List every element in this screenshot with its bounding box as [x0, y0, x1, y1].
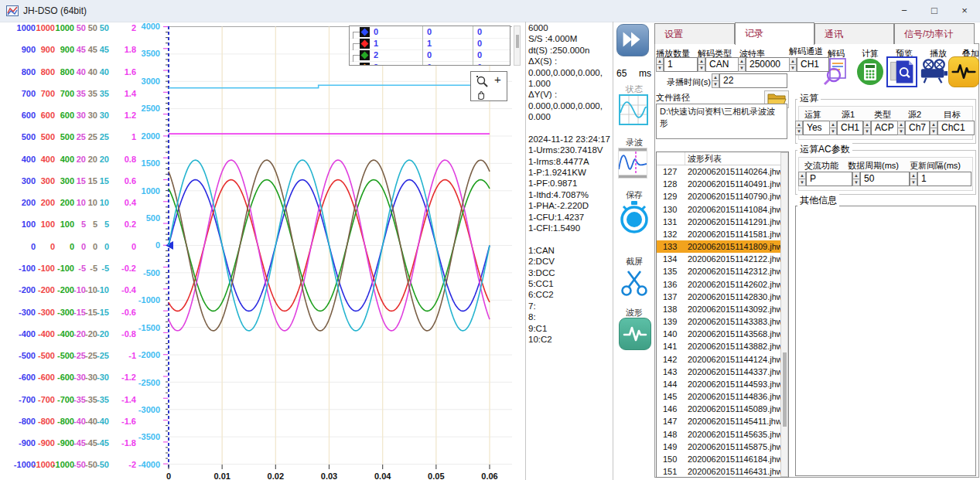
zoom-tool-icon[interactable] [474, 74, 490, 88]
info-line: 1-Urms:230.7418V [528, 145, 612, 155]
pan-hand-icon[interactable] [475, 88, 487, 100]
file-path-label: 文件路径 [656, 92, 690, 104]
status-scope-icon[interactable] [619, 94, 648, 125]
svg-text:0.05: 0.05 [428, 471, 444, 480]
overlay-button[interactable] [948, 56, 979, 87]
y-axis-tick-ch5: 50 [88, 22, 97, 33]
y-axis-tick-ch1: 0 [31, 241, 36, 252]
y-axis-tick-ch4: 10 [77, 197, 86, 208]
y-axis-tick-ch7: 1.6 [125, 66, 136, 77]
spin-down-icon[interactable]: ▼ [698, 64, 705, 72]
y-axis-tick-ch5: -30 [85, 372, 97, 383]
y-axis-tick-ch8: -3000 [138, 404, 160, 415]
y-axis-tick-ch6: -40 [97, 416, 109, 427]
operation-0-spinner[interactable]: ▲▼Yes [795, 121, 831, 135]
operation-4-spinner[interactable]: ▲▼ChC1 [930, 121, 975, 135]
series-marker [360, 39, 370, 49]
play-count-spinner[interactable]: ▲▼1 [656, 57, 698, 72]
spin-down-icon[interactable]: ▼ [656, 64, 664, 72]
operation-2-spinner[interactable]: ▲▼ACP [863, 121, 900, 135]
legend-scrollbar[interactable] [514, 26, 521, 66]
record-wave-icon[interactable] [618, 148, 647, 179]
legend-row[interactable]: 300 [350, 62, 510, 66]
y-axis-tick-ch3: 1000 [56, 22, 74, 33]
spin-down-icon[interactable]: ▼ [852, 179, 860, 186]
close-button[interactable]: × [951, 0, 978, 22]
tab-record[interactable]: 记录 [735, 22, 814, 45]
svg-text:0.03: 0.03 [321, 471, 337, 480]
file-path-input[interactable]: D:\快速访问资料\三相机录波波形 [656, 104, 787, 139]
operation-col-header: 源1 [842, 109, 855, 121]
calculate-button[interactable] [855, 57, 885, 87]
spin-down-icon[interactable]: ▼ [930, 128, 937, 135]
info-line: 3:DCC [528, 267, 612, 278]
maximize-button[interactable]: □ [920, 0, 948, 22]
y-axis-tick-ch4: -45 [73, 437, 86, 448]
y-axis-tick-ch3: -600 [57, 372, 74, 383]
baud-rate-spinner[interactable]: ▲▼250000 [738, 57, 793, 72]
y-axis-tick-ch2: 300 [41, 175, 55, 186]
y-axis-tick-ch5: 5 [93, 219, 97, 230]
svg-text:0.01: 0.01 [213, 471, 230, 480]
spin-down-icon[interactable]: ▼ [795, 128, 803, 135]
preview-button[interactable] [886, 56, 917, 87]
fast-forward-button[interactable] [616, 24, 649, 56]
waveform-pulse-icon[interactable] [619, 318, 651, 350]
operation-3-spinner[interactable]: ▲▼Ch7 [897, 121, 930, 135]
y-axis-tick-ch8: 3500 [142, 48, 160, 59]
decode-channel-spinner[interactable]: ▲▼CH1 [789, 57, 830, 72]
y-axis-tick-ch2: -700 [38, 394, 55, 405]
spin-down-icon[interactable]: ▼ [910, 179, 917, 186]
tab-signal-power[interactable]: 信号/功率计 [894, 23, 975, 44]
spin-down-icon[interactable]: ▼ [738, 64, 746, 72]
y-axis-tick-ch3: 500 [60, 131, 74, 142]
y-axis-tick-ch8: -4000 [138, 459, 160, 470]
info-line: 0.000,0.000,0.000, [528, 100, 612, 111]
legend-row[interactable]: 200 [350, 49, 510, 62]
wave-list-scrollbar[interactable] [780, 152, 788, 477]
spin-down-icon[interactable]: ▼ [863, 128, 871, 135]
y-axis-tick-ch4: 40 [77, 66, 86, 77]
y-axis-tick-ch8: 500 [146, 213, 160, 223]
save-stopwatch-icon[interactable] [617, 200, 651, 234]
table-row[interactable]: 15120200620151146431.jhw [657, 465, 780, 478]
y-axis-tick-ch8: -1000 [138, 294, 160, 305]
ac-param-0-spinner[interactable]: ▲▼P [798, 172, 853, 186]
play-button[interactable] [919, 57, 948, 87]
y-axis-tick-ch5: 45 [88, 44, 97, 55]
operation-1-spinner[interactable]: ▲▼CH1 [829, 121, 864, 135]
spin-down-icon[interactable]: ▼ [712, 80, 719, 88]
channel-legend[interactable]: 000110200300 [349, 26, 510, 66]
spin-down-icon[interactable]: ▼ [897, 128, 905, 135]
y-axis-tick-ch6: -45 [97, 437, 109, 448]
y-axis-tick-ch8: 4000 [142, 21, 160, 32]
y-axis-tick-ch6: 25 [100, 131, 109, 142]
y-axis-tick-ch7: 1.8 [125, 44, 136, 55]
y-axis-tick-ch6: 30 [100, 110, 109, 121]
spin-down-icon[interactable]: ▼ [789, 64, 797, 72]
screenshot-scissors-icon[interactable] [619, 267, 650, 298]
legend-row[interactable]: 000 [350, 26, 510, 39]
ac-param-2-spinner[interactable]: ▲▼1 [910, 172, 972, 186]
tab-settings[interactable]: 设置 [654, 23, 735, 44]
y-axis-tick-ch7: -0.6 [121, 307, 136, 318]
y-axis-tick-ch1: -400 [19, 329, 36, 339]
y-axis-tick-ch6: 50 [100, 22, 109, 33]
y-axis-tick-ch2: -300 [38, 307, 55, 318]
series-marker [360, 50, 370, 60]
overlay-waveform-icon [949, 57, 978, 87]
legend-row[interactable]: 110 [350, 38, 510, 50]
info-line: S/S :4.000M [528, 33, 612, 44]
y-axis-tick-ch8: 0 [155, 240, 160, 250]
tab-communication[interactable]: 通讯 [814, 23, 894, 44]
minimize-button[interactable]: − [890, 0, 918, 22]
decode-type-spinner[interactable]: ▲▼CAN [698, 57, 742, 72]
ac-param-1-spinner[interactable]: ▲▼50 [852, 172, 910, 186]
wave-list-table[interactable]: 波形列表 12720200620151140264.jhw12820200620… [656, 151, 789, 478]
crosshair-tool-icon[interactable]: + [494, 73, 501, 86]
spin-down-icon[interactable]: ▼ [829, 128, 837, 135]
spin-down-icon[interactable]: ▼ [798, 179, 806, 186]
record-time-spinner[interactable]: ▲▼22 [712, 73, 788, 88]
svg-text:0: 0 [166, 471, 171, 480]
y-axis-tick-ch7: -1.4 [121, 394, 136, 405]
